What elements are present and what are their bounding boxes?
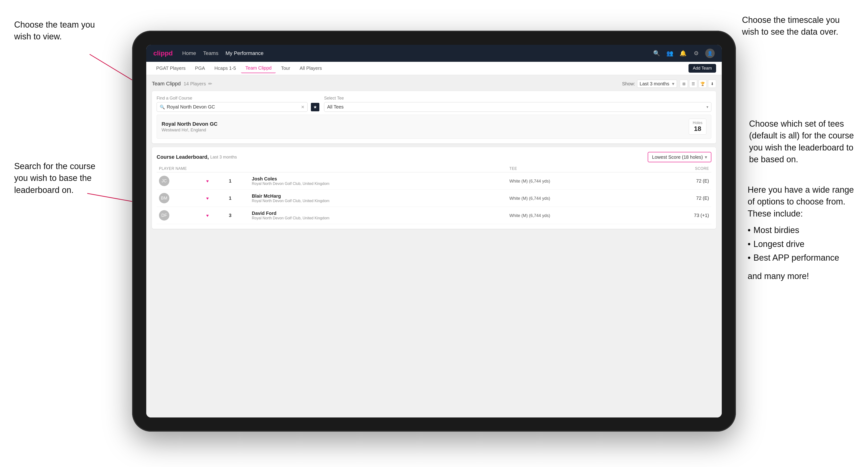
main-content: Team Clippd 14 Players ✏ Show: Last 3 mo… (146, 75, 722, 417)
rank-3: 3 (229, 213, 231, 218)
player-rank-cell: 3 (226, 207, 249, 224)
navbar-links: Home Teams My Performance (182, 50, 652, 56)
subnav-all-players[interactable]: All Players (295, 64, 326, 73)
score-selector-value: Lowest Score (18 holes) (652, 154, 703, 160)
player-avatar-cell: DF (157, 207, 204, 224)
player-avatar-cell: BM (157, 190, 204, 207)
settings-icon[interactable]: ⚙ (692, 49, 701, 58)
player-tee-cell: White (M) (6,744 yds) (507, 207, 649, 224)
annotation-top-right-text: Choose the timescale youwish to see the … (742, 15, 840, 36)
player-2-club: Royal North Devon Golf Club, United King… (252, 199, 505, 203)
tee-select-group: Select Tee All Tees ▾ (324, 96, 711, 112)
heart-icon[interactable]: ♥ (206, 196, 209, 201)
edit-team-icon[interactable]: ✏ (208, 81, 212, 87)
subnav-tour[interactable]: Tour (277, 64, 294, 73)
subnav-hcaps[interactable]: Hcaps 1-5 (210, 64, 240, 73)
player-info-cell: Blair McHarg Royal North Devon Golf Club… (250, 190, 507, 207)
grid-view-icon[interactable]: ⊞ (680, 80, 688, 88)
player-1-score: 72 (E) (652, 178, 709, 184)
player-1-club: Royal North Devon Golf Club, United King… (252, 182, 505, 186)
annotation-mid-right: Choose which set of tees(default is all)… (749, 118, 854, 165)
panel-row: Find a Golf Course 🔍 Royal North Devon G… (157, 96, 711, 112)
player-3-name: David Ford (252, 211, 505, 216)
course-result: Royal North Devon GC Westward Ho!, Engla… (157, 115, 711, 139)
tee-value: All Tees (327, 104, 705, 110)
leaderboard-table: PLAYER NAME TEE SCORE (157, 165, 711, 224)
favorite-button[interactable]: ★ (311, 103, 319, 111)
col-tee: TEE (507, 165, 649, 173)
player-info-cell: David Ford Royal North Devon Golf Club, … (250, 207, 507, 224)
player-heart-cell: ♥ (204, 207, 226, 224)
table-header-row: PLAYER NAME TEE SCORE (157, 165, 711, 173)
player-tee-cell: White (M) (6,744 yds) (507, 190, 649, 207)
show-label: Show: (622, 81, 635, 87)
player-tee-cell: White (M) (6,744 yds) (507, 173, 649, 190)
player-1-tee: White (M) (6,744 yds) (509, 179, 550, 184)
course-location: Westward Ho!, England (161, 128, 689, 132)
leaderboard-title: Course Leaderboard, (157, 154, 209, 160)
navbar-link-home[interactable]: Home (182, 50, 196, 56)
rank-2: 1 (229, 195, 231, 201)
navbar-link-my-performance[interactable]: My Performance (225, 50, 264, 56)
heart-icon[interactable]: ♥ (206, 179, 209, 184)
player-score-cell: 72 (E) (649, 173, 711, 190)
annotation-options-footer: and many more! (748, 270, 854, 282)
subnav: PGAT Players PGA Hcaps 1-5 Team Clippd T… (146, 62, 722, 75)
app-logo: clippd (153, 50, 173, 57)
subnav-pga[interactable]: PGA (191, 64, 209, 73)
annotation-top-left-text: Choose the team you wish to view. (14, 20, 95, 41)
tee-chevron-icon: ▾ (706, 105, 708, 109)
player-2-score: 72 (E) (652, 195, 709, 201)
clear-search-button[interactable]: ✕ (301, 104, 305, 110)
option-drive: Longest drive (748, 237, 854, 251)
table-row: JC ♥ 1 Josh Coles Royal North Devon Golf… (157, 173, 711, 190)
holes-number: 18 (693, 125, 703, 132)
tee-select[interactable]: All Tees ▾ (324, 102, 711, 112)
annotation-mid-right-text: Choose which set of tees(default is all)… (749, 119, 854, 164)
player-3-avatar: DF (159, 210, 169, 220)
col-player: PLAYER NAME (157, 165, 507, 173)
tablet-screen: clippd Home Teams My Performance 🔍 👥 🔔 ⚙… (146, 45, 722, 417)
trophy-icon[interactable]: 🏆 (699, 80, 707, 88)
list-view-icon[interactable]: ☰ (689, 80, 697, 88)
course-field-group: Find a Golf Course 🔍 Royal North Devon G… (157, 96, 319, 112)
player-avatar-cell: JC (157, 173, 204, 190)
player-2-name: Blair McHarg (252, 193, 505, 199)
navbar-link-teams[interactable]: Teams (203, 50, 218, 56)
heart-icon[interactable]: ♥ (206, 213, 209, 218)
show-value: Last 3 months (640, 81, 670, 86)
player-1-name: Josh Coles (252, 176, 505, 182)
options-list: Most birdies Longest drive Best APP perf… (748, 223, 854, 264)
leaderboard-header: Course Leaderboard, Last 3 months Lowest… (157, 152, 711, 162)
table-row: BM ♥ 1 Blair McHarg Royal North Devon Go… (157, 190, 711, 207)
bell-icon[interactable]: 🔔 (679, 49, 687, 58)
leaderboard-panel: Course Leaderboard, Last 3 months Lowest… (152, 147, 716, 229)
player-2-tee: White (M) (6,744 yds) (509, 196, 550, 201)
player-3-club: Royal North Devon Golf Club, United King… (252, 216, 505, 220)
subnav-team-clippd[interactable]: Team Clippd (241, 63, 276, 73)
player-score-cell: 72 (E) (649, 190, 711, 207)
annotation-top-right: Choose the timescale youwish to see the … (742, 14, 840, 38)
annotation-top-left: Choose the team you wish to view. (14, 19, 104, 43)
player-3-score: 73 (+1) (652, 213, 709, 218)
subnav-pgat[interactable]: PGAT Players (152, 64, 190, 73)
annotation-options-text: Here you have a wide rangeof options to … (748, 185, 854, 218)
navbar-icons: 🔍 👥 🔔 ⚙ 👤 (652, 49, 715, 58)
annotation-mid-left: Search for the courseyou wish to base th… (14, 160, 95, 196)
player-3-tee: White (M) (6,744 yds) (509, 213, 550, 218)
add-team-button[interactable]: Add Team (688, 64, 716, 73)
avatar[interactable]: 👤 (705, 49, 715, 58)
rank-1: 1 (229, 178, 231, 184)
holes-label: Holes (693, 121, 703, 125)
player-count: 14 Players (184, 81, 206, 86)
score-selector[interactable]: Lowest Score (18 holes) ▾ (648, 152, 711, 162)
people-icon[interactable]: 👥 (665, 49, 674, 58)
show-select[interactable]: Last 3 months ▾ (637, 80, 677, 88)
annotation-mid-left-text: Search for the courseyou wish to base th… (14, 161, 95, 195)
search-icon[interactable]: 🔍 (652, 49, 661, 58)
col-score: SCORE (649, 165, 711, 173)
course-search-field[interactable]: 🔍 Royal North Devon GC ✕ (157, 102, 308, 112)
download-icon[interactable]: ⬇ (708, 80, 716, 88)
leaderboard-subtitle: Last 3 months (210, 155, 237, 160)
table-row: DF ♥ 3 David Ford Royal North Devon Golf… (157, 207, 711, 224)
